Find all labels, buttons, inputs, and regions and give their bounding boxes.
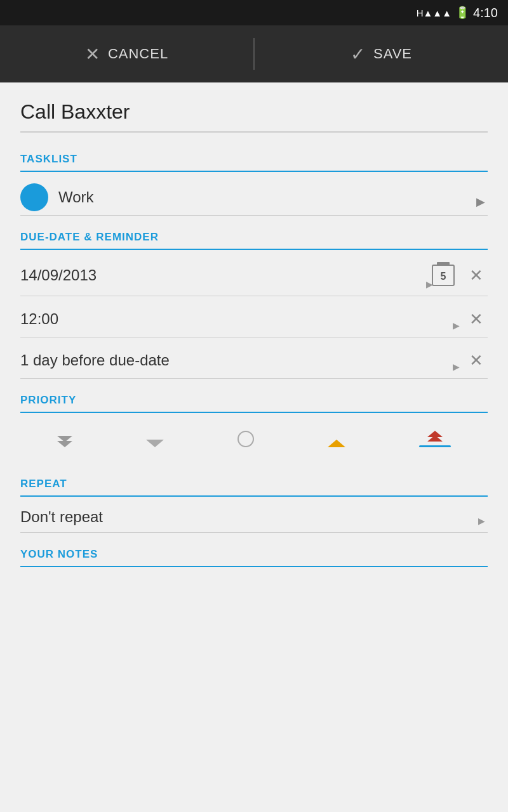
- reminder-value[interactable]: 1 day before due-date: [20, 351, 465, 369]
- tasklist-row[interactable]: Work ▶: [20, 172, 488, 216]
- tasklist-section-label: TASKLIST: [20, 153, 488, 172]
- calendar-icon: [432, 265, 455, 286]
- signal-icon: H▲▲▲: [417, 8, 451, 18]
- priority-section-label: PRIORITY: [20, 394, 488, 413]
- main-content: TASKLIST Work ▶ DUE-DATE & REMINDER 14/0…: [0, 82, 508, 567]
- priority-none-icon: [237, 431, 254, 447]
- battery-icon: 🔋: [455, 6, 469, 20]
- date-row: 14/09/2013 ✕ ▶: [20, 250, 488, 296]
- cancel-icon: ✕: [85, 44, 100, 65]
- save-button[interactable]: ✓ SAVE: [255, 25, 508, 82]
- time-row: 12:00 ✕ ▶: [20, 296, 488, 337]
- reminder-row: 1 day before due-date ✕ ▶: [20, 337, 488, 379]
- action-bar: ✕ CANCEL ✓ SAVE: [0, 25, 508, 82]
- priority-highest-icon: [427, 431, 443, 442]
- time-dropdown-arrow: ▶: [453, 320, 460, 331]
- priority-lowest-icon: [57, 436, 72, 447]
- dropdown-arrow-icon: ▶: [476, 195, 485, 209]
- repeat-section: REPEAT Don't repeat ▶: [0, 462, 508, 533]
- reminder-actions: ✕: [465, 349, 488, 372]
- clear-time-button[interactable]: ✕: [465, 308, 488, 331]
- priority-section: PRIORITY: [0, 379, 508, 462]
- priority-high[interactable]: [323, 437, 351, 450]
- priority-lowest[interactable]: [52, 433, 77, 450]
- duedate-section-label: DUE-DATE & REMINDER: [20, 231, 488, 250]
- your-notes-label: YOUR NOTES: [20, 548, 488, 567]
- time-actions: ✕: [465, 308, 488, 331]
- repeat-dropdown-arrow: ▶: [478, 516, 485, 526]
- repeat-row[interactable]: Don't repeat ▶: [20, 497, 488, 533]
- save-label: SAVE: [373, 46, 412, 62]
- duedate-section: DUE-DATE & REMINDER 14/09/2013 ✕ ▶ 12:00…: [0, 216, 508, 379]
- repeat-value: Don't repeat: [20, 508, 488, 526]
- priority-none[interactable]: [232, 428, 259, 450]
- status-icons: H▲▲▲ 🔋 4:10: [417, 6, 498, 20]
- date-dropdown-arrow: ▶: [426, 279, 433, 289]
- priority-low[interactable]: [141, 437, 169, 450]
- clear-date-button[interactable]: ✕: [465, 264, 488, 287]
- tasklist-dot: [20, 183, 48, 211]
- priority-high-icon: [328, 440, 345, 447]
- priority-icons-row: [20, 413, 488, 462]
- status-time: 4:10: [473, 6, 498, 20]
- task-name-section: [0, 82, 508, 138]
- tasklist-name: Work: [58, 188, 488, 206]
- priority-highest[interactable]: [414, 428, 456, 450]
- calendar-button[interactable]: [429, 261, 457, 289]
- save-icon: ✓: [351, 44, 366, 65]
- time-value[interactable]: 12:00: [20, 310, 465, 328]
- reminder-dropdown-arrow: ▶: [453, 362, 460, 372]
- date-actions: ✕: [429, 261, 488, 289]
- status-bar: H▲▲▲ 🔋 4:10: [0, 0, 508, 25]
- cancel-button[interactable]: ✕ CANCEL: [0, 25, 253, 82]
- tasklist-section: TASKLIST Work ▶: [0, 138, 508, 216]
- priority-low-icon: [146, 440, 164, 447]
- clear-reminder-button[interactable]: ✕: [465, 349, 488, 372]
- cancel-label: CANCEL: [108, 46, 168, 62]
- task-name-input[interactable]: [20, 98, 488, 133]
- your-notes-section: YOUR NOTES: [0, 533, 508, 567]
- repeat-section-label: REPEAT: [20, 478, 488, 497]
- priority-highest-underline: [419, 445, 451, 447]
- date-value[interactable]: 14/09/2013: [20, 266, 429, 284]
